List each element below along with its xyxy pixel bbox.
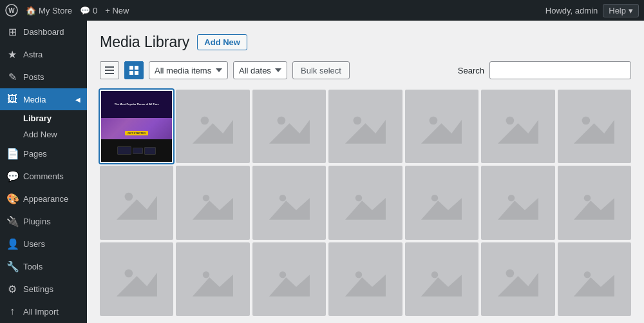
media-item[interactable] xyxy=(100,166,173,239)
filter-media-select[interactable]: All media items xyxy=(149,61,228,79)
sidebar-item-media[interactable]: 🖼 Media ◀ xyxy=(0,88,87,110)
svg-point-35 xyxy=(124,269,133,277)
svg-marker-48 xyxy=(574,275,614,297)
image-placeholder-icon xyxy=(345,259,386,300)
media-item[interactable] xyxy=(481,242,554,316)
svg-point-37 xyxy=(203,271,209,278)
svg-point-39 xyxy=(279,271,285,278)
svg-point-45 xyxy=(506,269,514,277)
image-placeholder-icon xyxy=(117,259,157,300)
svg-point-29 xyxy=(431,195,438,201)
media-item[interactable] xyxy=(558,166,631,239)
media-item[interactable] xyxy=(405,166,478,239)
image-placeholder-icon xyxy=(345,182,386,223)
bulk-select-button[interactable]: Bulk select xyxy=(292,61,350,79)
sidebar-label-media: Media xyxy=(23,95,46,104)
image-placeholder-icon xyxy=(345,106,386,147)
page-title: Media Library xyxy=(100,34,189,51)
sidebar-label-tools: Tools xyxy=(23,262,43,271)
sidebar-item-dashboard[interactable]: ⊞ Dashboard xyxy=(0,21,87,43)
media-item[interactable] xyxy=(481,166,554,239)
media-item[interactable] xyxy=(176,242,249,316)
svg-point-31 xyxy=(508,195,515,201)
search-input[interactable] xyxy=(489,61,631,79)
site-name-button[interactable]: 🏠 My Store xyxy=(26,6,72,15)
sidebar-label-dashboard: Dashboard xyxy=(23,27,64,37)
comments-button[interactable]: 💬 0 xyxy=(80,6,97,15)
grid-view-button[interactable] xyxy=(124,61,144,79)
svg-rect-2 xyxy=(105,66,114,68)
media-item[interactable] xyxy=(328,90,402,163)
sidebar-item-plugins[interactable]: 🔌 Plugins xyxy=(0,210,87,233)
sidebar-label-posts: Posts xyxy=(23,72,44,82)
list-view-button[interactable] xyxy=(100,61,119,79)
site-name: My Store xyxy=(39,6,72,15)
top-bar-right: Howdy, admin Help ▾ xyxy=(545,4,639,17)
comment-icon: 💬 xyxy=(80,6,90,15)
appearance-icon: 🎨 xyxy=(6,193,18,205)
wp-logo-button[interactable]: W xyxy=(5,4,18,17)
image-placeholder-icon xyxy=(574,182,614,223)
sidebar: ⊞ Dashboard ★ Astra ✎ Posts 🖼 Media ◀ Li… xyxy=(0,21,87,323)
svg-rect-6 xyxy=(135,66,138,70)
allimport-icon: ↑ xyxy=(6,306,18,317)
top-bar: W 🏠 My Store 💬 0 + New Howdy, admin Help… xyxy=(0,0,644,21)
pages-icon: 📄 xyxy=(6,148,18,160)
image-placeholder-icon xyxy=(421,259,462,300)
filter-dates-select[interactable]: All dates xyxy=(233,61,287,79)
users-icon: 👤 xyxy=(6,238,18,250)
sidebar-item-comments[interactable]: 💬 Comments xyxy=(0,165,87,188)
sidebar-item-appearance[interactable]: 🎨 Appearance xyxy=(0,188,87,210)
posts-icon: ✎ xyxy=(6,71,18,83)
sidebar-item-pages[interactable]: 📄 Pages xyxy=(0,142,87,165)
svg-marker-42 xyxy=(345,275,386,297)
media-item[interactable] xyxy=(558,242,631,316)
media-item-featured[interactable]: The Most Popular Theme of All Time GET S… xyxy=(100,90,173,163)
sidebar-sub-add-new[interactable]: Add New xyxy=(0,126,87,142)
image-placeholder-icon xyxy=(193,182,233,223)
sidebar-label-plugins: Plugins xyxy=(23,217,51,226)
sidebar-item-settings[interactable]: ⚙ Settings xyxy=(0,278,87,300)
media-item[interactable] xyxy=(252,90,326,163)
svg-rect-7 xyxy=(129,71,133,75)
media-item[interactable] xyxy=(405,90,478,163)
media-item[interactable] xyxy=(100,242,173,316)
sidebar-item-tools[interactable]: 🔧 Tools xyxy=(0,255,87,278)
media-item[interactable] xyxy=(328,166,402,239)
sidebar-item-users[interactable]: 👤 Users xyxy=(0,233,87,255)
media-item[interactable] xyxy=(252,242,326,316)
image-placeholder-icon xyxy=(117,182,157,223)
svg-point-25 xyxy=(279,195,285,201)
media-item[interactable] xyxy=(328,242,402,316)
svg-rect-4 xyxy=(105,73,114,74)
content-area: Media Library Add New xyxy=(87,21,644,323)
media-item[interactable] xyxy=(405,242,478,316)
grid-view-icon xyxy=(129,66,138,75)
svg-point-41 xyxy=(355,271,362,278)
svg-point-13 xyxy=(354,116,362,124)
plugins-icon: 🔌 xyxy=(6,215,18,228)
settings-icon: ⚙ xyxy=(6,283,18,295)
sidebar-item-allimport[interactable]: ↑ All Import xyxy=(0,300,87,322)
page-title-row: Media Library Add New xyxy=(100,34,631,51)
media-item[interactable] xyxy=(176,90,249,163)
media-item[interactable] xyxy=(252,166,326,239)
media-item[interactable] xyxy=(176,166,249,239)
svg-marker-24 xyxy=(193,198,233,220)
sidebar-label-astra: Astra xyxy=(23,50,43,59)
image-placeholder-icon xyxy=(421,182,462,223)
sidebar-item-astra[interactable]: ★ Astra xyxy=(0,43,87,66)
image-placeholder-icon xyxy=(269,259,310,300)
help-button[interactable]: Help ▾ xyxy=(603,4,639,17)
svg-marker-14 xyxy=(345,120,386,144)
new-content-button[interactable]: + New xyxy=(105,6,129,15)
sidebar-item-posts[interactable]: ✎ Posts xyxy=(0,66,87,88)
media-item[interactable] xyxy=(481,90,554,163)
sidebar-label-appearance: Appearance xyxy=(23,194,68,204)
svg-rect-8 xyxy=(135,71,138,75)
sidebar-sub-library[interactable]: Library xyxy=(0,110,87,126)
svg-marker-30 xyxy=(421,198,462,220)
add-new-button[interactable]: Add New xyxy=(197,34,247,50)
svg-marker-28 xyxy=(345,198,386,220)
media-item[interactable] xyxy=(558,90,631,163)
